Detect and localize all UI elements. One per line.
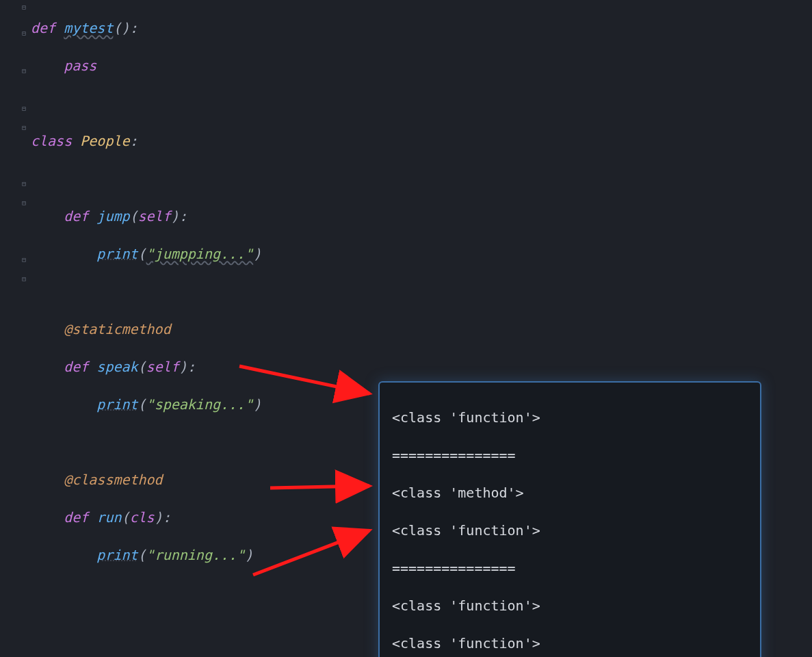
output-line: =============== xyxy=(392,559,748,578)
punct: ): xyxy=(179,359,196,375)
param-cls: cls xyxy=(130,509,155,526)
punct: ) xyxy=(245,547,253,563)
builtin-print: print xyxy=(96,396,137,413)
punct: ( xyxy=(138,396,146,413)
gutter: ⊟ ⊟ ⊟ ⊟ ⊟ ⊟ ⊟ ⊟ ⊟ xyxy=(0,0,31,657)
builtin-print: print xyxy=(96,246,137,262)
keyword-pass: pass xyxy=(64,57,96,74)
method-name: jump xyxy=(96,208,129,224)
keyword-def: def xyxy=(64,359,88,375)
fold-marker-icon[interactable]: ⊟ xyxy=(22,125,29,131)
class-name: People xyxy=(80,133,129,149)
keyword-class: class xyxy=(31,133,72,149)
string-literal: "speaking..." xyxy=(146,396,254,413)
output-line: <class 'function'> xyxy=(392,597,748,616)
string-literal: "running..." xyxy=(146,547,246,563)
punct: ( xyxy=(130,208,138,224)
method-name: speak xyxy=(96,359,137,375)
fold-marker-icon[interactable]: ⊟ xyxy=(22,105,29,112)
fold-marker-icon[interactable]: ⊟ xyxy=(22,200,29,207)
output-panel: <class 'function'> =============== <clas… xyxy=(378,381,761,657)
function-name: mytest xyxy=(64,20,113,36)
builtin-print: print xyxy=(96,547,137,563)
fold-marker-icon[interactable]: ⊟ xyxy=(22,257,29,263)
fold-marker-icon[interactable]: ⊟ xyxy=(22,68,29,75)
keyword-def: def xyxy=(31,20,55,36)
punct: ( xyxy=(138,547,146,563)
output-line: <class 'method'> xyxy=(392,484,748,503)
punct: : xyxy=(130,133,138,149)
fold-marker-icon[interactable]: ⊟ xyxy=(22,181,29,188)
punct: (): xyxy=(113,20,137,36)
punct: ): xyxy=(155,509,171,526)
keyword-def: def xyxy=(64,208,88,224)
output-line: <class 'function'> xyxy=(392,521,748,541)
param-self: self xyxy=(138,208,171,224)
output-line: <class 'function'> xyxy=(392,409,748,428)
fold-marker-icon[interactable]: ⊟ xyxy=(22,30,29,37)
punct: ): xyxy=(171,208,187,224)
output-line: <class 'function'> xyxy=(392,634,748,654)
decorator: @staticmethod xyxy=(64,321,171,337)
param-self: self xyxy=(146,359,179,375)
string-literal: "jumpping..." xyxy=(146,246,254,262)
punct: ( xyxy=(138,359,146,375)
keyword-def: def xyxy=(64,509,88,526)
punct: ( xyxy=(121,509,129,526)
output-line: =============== xyxy=(392,446,748,465)
punct: ) xyxy=(253,396,261,413)
fold-marker-icon[interactable]: ⊟ xyxy=(22,4,29,11)
fold-marker-icon[interactable]: ⊟ xyxy=(22,276,29,283)
method-name: run xyxy=(96,509,121,526)
decorator: @classmethod xyxy=(64,472,163,488)
punct: ( xyxy=(138,246,146,262)
punct: ) xyxy=(253,246,261,262)
